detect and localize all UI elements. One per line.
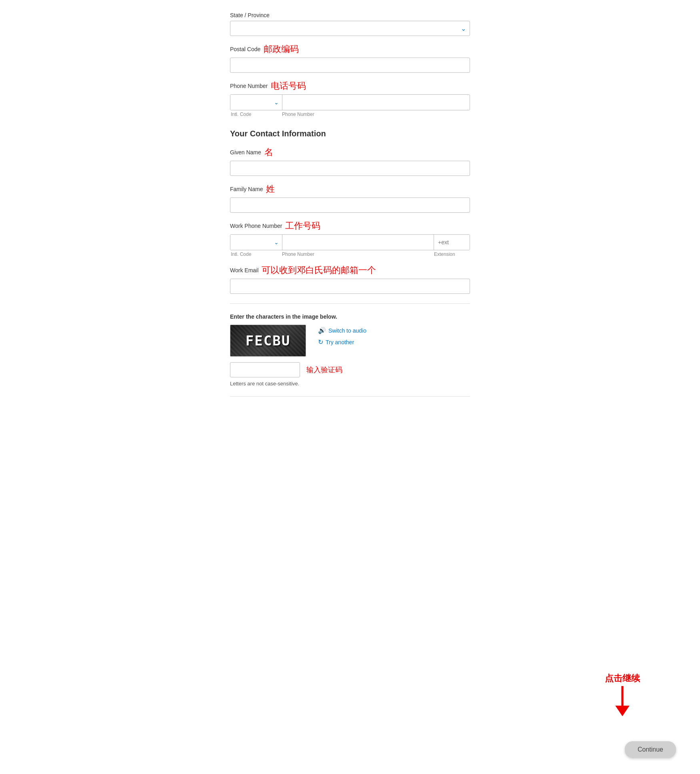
family-name-group: Family Name 姓 [230,183,470,213]
captcha-row: FECBU 🔊 Switch to audio ↻ Try another [230,325,470,357]
phone-row: ⌄ [230,94,470,110]
given-name-input[interactable] [230,161,470,176]
captcha-section: Enter the characters in the image below.… [230,313,470,387]
work-phone-label: Work Phone Number 工作号码 [230,220,470,232]
phone-label: Phone Number 电话号码 [230,80,470,92]
work-email-group: Work Email 可以收到邓白氏码的邮箱一个 [230,264,470,294]
work-phone-group: Work Phone Number 工作号码 ⌄ Intl. Code Phon… [230,220,470,257]
continue-button[interactable]: Continue [625,741,676,758]
switch-to-audio-link[interactable]: 🔊 Switch to audio [318,327,366,334]
given-name-cn-annotation: 名 [264,146,273,158]
state-select-wrapper: ⌄ [230,21,470,36]
postal-code-input[interactable] [230,58,470,73]
given-name-group: Given Name 名 [230,146,470,176]
captcha-actions: 🔊 Switch to audio ↻ Try another [318,325,366,346]
divider-1 [230,303,470,304]
try-another-label: Try another [326,339,354,345]
postal-code-label: Postal Code 邮政编码 [230,43,470,55]
state-province-label: State / Province [230,12,470,18]
captcha-image: FECBU [230,325,306,357]
contact-section-title: Your Contact Information [230,129,470,138]
divider-2 [230,396,470,397]
try-another-link[interactable]: ↻ Try another [318,338,366,346]
state-province-group: State / Province ⌄ [230,12,470,36]
annotation-text: 点击继续 [605,672,640,684]
work-phone-labels: Intl. Code Phone Number Extension [230,251,470,257]
postal-code-cn-annotation: 邮政编码 [264,43,299,55]
annotation-arrow: 点击继续 [605,672,640,718]
work-phone-intl-wrapper: ⌄ [230,235,282,250]
audio-icon: 🔊 [318,327,326,334]
family-name-input[interactable] [230,197,470,213]
work-phone-cn-annotation: 工作号码 [285,220,320,232]
captcha-cn-hint: 输入验证码 [306,365,342,375]
given-name-label: Given Name 名 [230,146,470,158]
state-select[interactable] [230,21,470,36]
phone-labels: Intl. Code Phone Number [230,112,470,117]
family-name-cn-annotation: 姓 [266,183,275,195]
arrow-svg [610,686,634,718]
work-phone-number-input[interactable] [282,235,434,250]
work-phone-row: ⌄ [230,234,470,250]
work-email-cn-annotation: 可以收到邓白氏码的邮箱一个 [262,264,376,276]
captcha-note: Letters are not case-sensitive. [230,381,470,387]
family-name-label: Family Name 姓 [230,183,470,195]
work-phone-ext-input[interactable] [434,235,470,250]
work-email-label: Work Email 可以收到邓白氏码的邮箱一个 [230,264,470,276]
captcha-text: FECBU [246,333,290,349]
svg-marker-1 [615,706,630,716]
phone-group: Phone Number 电话号码 ⌄ Intl. Code Phone Num… [230,80,470,117]
phone-intl-select[interactable] [230,95,282,110]
switch-to-audio-label: Switch to audio [328,327,366,334]
postal-code-group: Postal Code 邮政编码 [230,43,470,73]
phone-number-input[interactable] [282,95,470,110]
captcha-input-row: 输入验证码 [230,362,470,377]
refresh-icon: ↻ [318,338,323,346]
work-email-input[interactable] [230,279,470,294]
captcha-input[interactable] [230,362,300,377]
work-phone-intl-select[interactable] [230,235,282,250]
captcha-instruction: Enter the characters in the image below. [230,313,470,320]
phone-intl-wrapper: ⌄ [230,95,282,110]
phone-cn-annotation: 电话号码 [271,80,306,92]
